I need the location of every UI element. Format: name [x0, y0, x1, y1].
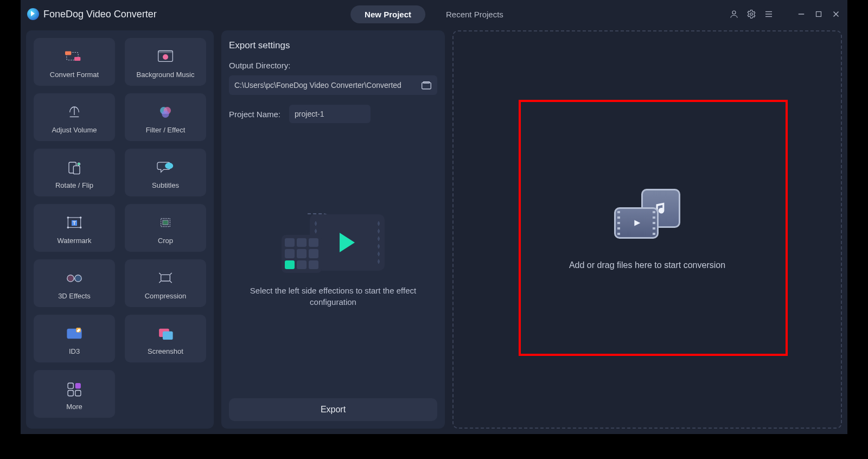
- titlebar: FoneDog Video Converter New Project Rece…: [21, 0, 847, 28]
- 3d-effects-icon: [65, 270, 84, 286]
- main-layout: Convert Format Background Music Adjust V…: [21, 28, 847, 434]
- tool-id3[interactable]: ID3: [34, 315, 115, 362]
- tool-label: Background Music: [137, 71, 195, 79]
- browse-folder-icon[interactable]: [421, 80, 432, 90]
- svg-point-28: [80, 216, 81, 218]
- menu-icon[interactable]: [764, 9, 774, 19]
- tool-label: Convert Format: [50, 71, 99, 79]
- tool-label: Adjust Volume: [52, 126, 97, 134]
- drop-zone[interactable]: Add or drag files here to start conversi…: [452, 30, 842, 429]
- output-dir-row: [229, 75, 437, 95]
- maximize-button[interactable]: [814, 9, 824, 19]
- drop-inner: Add or drag files here to start conversi…: [569, 189, 725, 270]
- tool-filter-effect[interactable]: Filter / Effect: [125, 93, 206, 141]
- export-panel: Export settings Output Directory: Projec…: [221, 30, 445, 429]
- svg-rect-32: [163, 220, 168, 225]
- tab-new-project[interactable]: New Project: [350, 5, 425, 23]
- svg-rect-44: [75, 382, 81, 388]
- effect-preview-area: Select the left side effections to start…: [229, 123, 437, 398]
- tool-screenshot[interactable]: Screenshot: [125, 315, 206, 362]
- export-button[interactable]: Export: [229, 398, 437, 421]
- project-name-input[interactable]: [289, 105, 371, 123]
- svg-point-23: [165, 162, 173, 169]
- svg-rect-6: [816, 12, 821, 17]
- tool-label: Subtitles: [152, 181, 179, 189]
- crop-icon: [156, 215, 175, 231]
- rotate-flip-icon: [65, 160, 84, 176]
- tool-rotate-flip[interactable]: Rotate / Flip: [34, 149, 115, 196]
- svg-point-14: [163, 54, 168, 60]
- close-button[interactable]: [831, 9, 841, 19]
- watermark-icon: T: [65, 215, 84, 231]
- compression-icon: [156, 270, 175, 286]
- svg-rect-45: [68, 390, 73, 396]
- svg-point-1: [750, 13, 753, 16]
- svg-rect-47: [422, 82, 431, 89]
- svg-rect-11: [74, 57, 80, 61]
- logo-icon: [27, 8, 39, 20]
- project-name-label: Project Name:: [229, 110, 280, 119]
- tool-label: More: [66, 403, 82, 411]
- svg-point-29: [67, 227, 69, 228]
- tools-sidebar: Convert Format Background Music Adjust V…: [26, 30, 214, 429]
- svg-point-27: [67, 216, 69, 218]
- svg-rect-38: [161, 275, 170, 281]
- effect-illustration: [282, 214, 385, 273]
- svg-text:T: T: [73, 220, 75, 226]
- tool-compression[interactable]: Compression: [125, 259, 206, 307]
- svg-point-36: [67, 275, 74, 281]
- tool-label: ID3: [69, 347, 80, 355]
- app-logo: FoneDog Video Converter: [27, 8, 157, 20]
- tool-label: Crop: [158, 237, 173, 245]
- svg-rect-10: [65, 51, 71, 55]
- tool-label: Watermark: [57, 237, 91, 245]
- convert-format-icon: [65, 49, 84, 65]
- tool-label: Compression: [145, 292, 187, 300]
- tool-watermark[interactable]: T Watermark: [34, 204, 115, 252]
- volume-icon: [65, 104, 84, 120]
- background-music-icon: [156, 49, 175, 65]
- svg-point-37: [75, 275, 81, 281]
- screenshot-icon: [156, 326, 175, 342]
- id3-icon: [65, 326, 84, 342]
- app-window: FoneDog Video Converter New Project Rece…: [21, 0, 847, 434]
- tool-convert-format[interactable]: Convert Format: [34, 38, 115, 86]
- svg-rect-13: [158, 50, 173, 53]
- project-tabs: New Project Recent Projects: [350, 5, 518, 23]
- filter-effect-icon: [156, 104, 175, 120]
- subtitles-icon: [156, 160, 175, 176]
- svg-point-22: [78, 162, 80, 165]
- tab-recent-projects[interactable]: Recent Projects: [432, 5, 518, 23]
- svg-point-0: [732, 11, 736, 14]
- app-title: FoneDog Video Converter: [43, 9, 157, 20]
- svg-rect-43: [68, 382, 73, 388]
- export-heading: Export settings: [229, 40, 437, 51]
- tool-label: Screenshot: [148, 347, 183, 355]
- gear-icon[interactable]: [746, 9, 756, 19]
- account-icon[interactable]: [729, 9, 739, 19]
- svg-point-19: [162, 110, 169, 117]
- tool-background-music[interactable]: Background Music: [125, 38, 206, 86]
- media-icons: [614, 189, 680, 239]
- svg-rect-46: [75, 390, 81, 396]
- minimize-button[interactable]: [796, 9, 806, 19]
- output-dir-input[interactable]: [234, 81, 421, 90]
- tool-adjust-volume[interactable]: Adjust Volume: [34, 93, 115, 141]
- svg-rect-21: [73, 165, 80, 174]
- more-icon: [65, 381, 84, 397]
- effect-hint: Select the left side effections to start…: [246, 285, 420, 308]
- tool-label: Rotate / Flip: [55, 181, 93, 189]
- svg-rect-42: [163, 331, 173, 339]
- tool-label: Filter / Effect: [146, 126, 186, 134]
- output-dir-label: Output Directory:: [229, 61, 437, 70]
- tool-subtitles[interactable]: Subtitles: [125, 149, 206, 196]
- tool-label: 3D Effects: [58, 292, 91, 300]
- drop-hint: Add or drag files here to start conversi…: [569, 260, 725, 270]
- tool-more[interactable]: More: [34, 370, 115, 418]
- tool-crop[interactable]: Crop: [125, 204, 206, 252]
- svg-point-30: [80, 227, 81, 228]
- tool-3d-effects[interactable]: 3D Effects: [34, 259, 115, 307]
- window-controls: [729, 9, 841, 19]
